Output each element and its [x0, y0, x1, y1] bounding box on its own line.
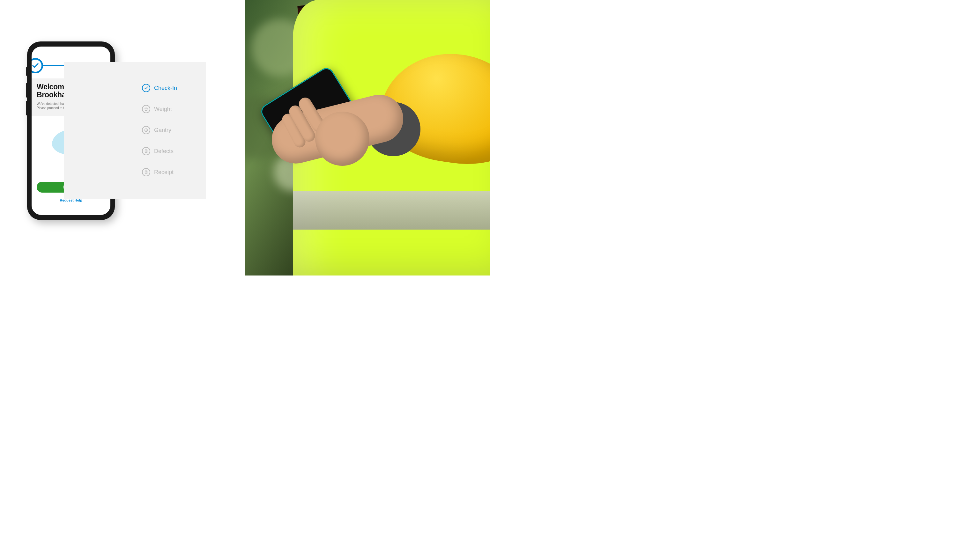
- step-receipt[interactable]: Receipt: [142, 168, 177, 176]
- step-gantry[interactable]: Gantry: [142, 126, 177, 134]
- steps-panel-background: [64, 62, 206, 198]
- progress-check-icon: [32, 58, 43, 73]
- step-label: Weight: [154, 106, 172, 113]
- mockup-panel: Check-In Weight Gantry Defects Receipt: [0, 0, 245, 275]
- hero-photo: [245, 0, 490, 275]
- step-label: Check-In: [154, 85, 177, 92]
- gantry-icon: [142, 126, 150, 134]
- process-step-list: Check-In Weight Gantry Defects Receipt: [142, 84, 177, 176]
- request-help-link[interactable]: Request Help: [32, 198, 110, 202]
- check-icon: [142, 84, 150, 92]
- step-label: Defects: [154, 148, 173, 155]
- step-label: Gantry: [154, 127, 171, 133]
- weight-icon: [142, 105, 150, 113]
- step-label: Receipt: [154, 169, 173, 176]
- defects-icon: [142, 147, 150, 155]
- receipt-icon: [142, 168, 150, 176]
- step-check-in[interactable]: Check-In: [142, 84, 177, 92]
- step-defects[interactable]: Defects: [142, 147, 177, 155]
- step-weight[interactable]: Weight: [142, 105, 177, 113]
